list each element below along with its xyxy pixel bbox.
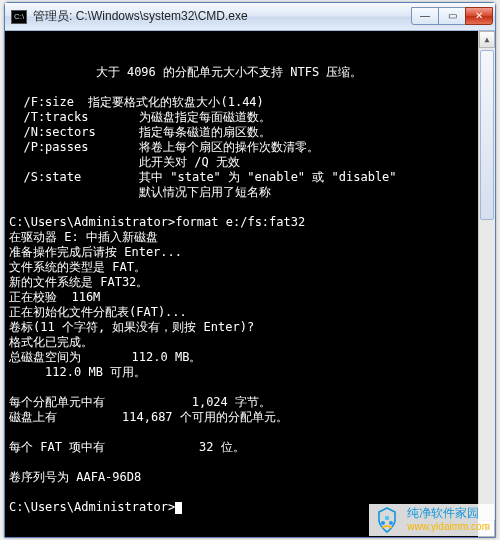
console-line: /N:sectors 指定每条磁道的扇区数。	[9, 125, 271, 139]
console-prompt: C:\Users\Administrator>format e:/fs:fat3…	[9, 215, 305, 229]
console-line: 正在校验 116M	[9, 290, 100, 304]
console-line: 每个 FAT 项中有 32 位。	[9, 440, 245, 454]
console-line: 大于 4096 的分配单元大小不支持 NTFS 压缩。	[9, 65, 362, 79]
console-line: 新的文件系统是 FAT32。	[9, 275, 148, 289]
watermark-icon	[373, 506, 401, 534]
scroll-thumb[interactable]	[480, 50, 494, 220]
console-line: 磁盘上有 114,687 个可用的分配单元。	[9, 410, 288, 424]
watermark-url: www.yidaimm.com	[407, 520, 490, 534]
watermark-name: 纯净软件家园	[407, 506, 490, 520]
window-title: 管理员: C:\Windows\system32\CMD.exe	[33, 8, 412, 25]
titlebar[interactable]: C:\ 管理员: C:\Windows\system32\CMD.exe — ▭…	[5, 3, 495, 31]
cmd-window: C:\ 管理员: C:\Windows\system32\CMD.exe — ▭…	[4, 2, 496, 538]
console-prompt: C:\Users\Administrator>	[9, 500, 175, 514]
console-line: 文件系统的类型是 FAT。	[9, 260, 146, 274]
console-line: 总磁盘空间为 112.0 MB。	[9, 350, 201, 364]
console-line: /P:passes 将卷上每个扇区的操作次数清零。	[9, 140, 319, 154]
scroll-track[interactable]	[479, 48, 495, 520]
console-line: 此开关对 /Q 无效	[9, 155, 240, 169]
minimize-button[interactable]: —	[411, 7, 439, 25]
watermark: 纯净软件家园 www.yidaimm.com	[369, 504, 494, 536]
console-line: 格式化已完成。	[9, 335, 93, 349]
cursor	[175, 502, 182, 514]
scroll-up-button[interactable]: ▲	[479, 31, 495, 48]
maximize-button[interactable]: ▭	[438, 7, 466, 25]
console-line: /F:size 指定要格式化的软盘大小(1.44)	[9, 95, 264, 109]
svg-point-2	[389, 521, 393, 525]
svg-point-0	[385, 516, 389, 520]
console-line: /S:state 其中 "state" 为 "enable" 或 "disabl…	[9, 170, 397, 184]
vertical-scrollbar[interactable]: ▲ ▼	[478, 31, 495, 537]
console-line: 卷序列号为 AAFA-96D8	[9, 470, 141, 484]
cmd-icon: C:\	[11, 10, 27, 24]
watermark-text: 纯净软件家园 www.yidaimm.com	[407, 506, 490, 534]
console-line: 每个分配单元中有 1,024 字节。	[9, 395, 271, 409]
close-button[interactable]: ✕	[465, 7, 493, 25]
console-line: 112.0 MB 可用。	[9, 365, 146, 379]
console-area[interactable]: 大于 4096 的分配单元大小不支持 NTFS 压缩。 /F:size 指定要格…	[5, 31, 495, 537]
svg-point-1	[381, 521, 385, 525]
console-line: 准备操作完成后请按 Enter...	[9, 245, 182, 259]
console-line: 卷标(11 个字符, 如果没有，则按 Enter)?	[9, 320, 254, 334]
console-line: 在驱动器 E: 中插入新磁盘	[9, 230, 158, 244]
console-line: /T:tracks 为磁盘指定每面磁道数。	[9, 110, 271, 124]
window-controls: — ▭ ✕	[412, 7, 493, 27]
console-line: 默认情况下启用了短名称	[9, 185, 271, 199]
console-line: 正在初始化文件分配表(FAT)...	[9, 305, 187, 319]
